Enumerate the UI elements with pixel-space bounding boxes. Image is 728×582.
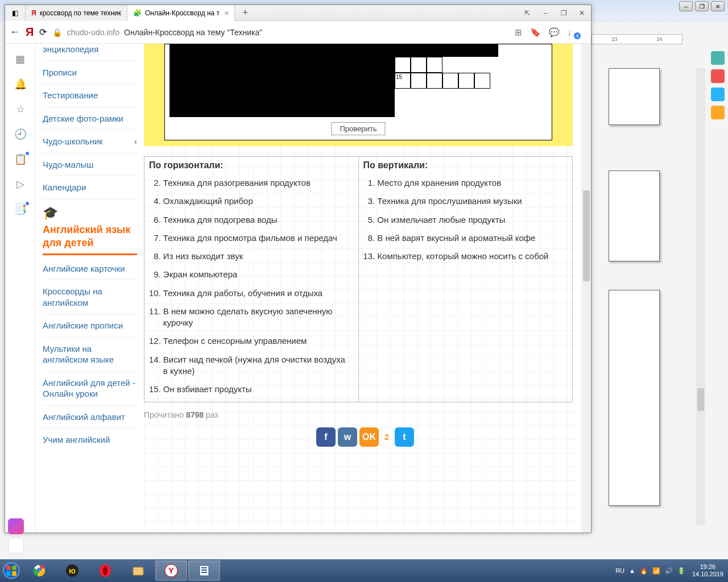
crossword-cell[interactable] bbox=[474, 73, 490, 89]
rail-media-icon[interactable]: ▷ bbox=[16, 178, 24, 190]
url-domain: chudo-udo.info bbox=[67, 28, 119, 37]
crossword-grid[interactable]: 15 Проверить bbox=[164, 44, 552, 140]
task-libs[interactable] bbox=[122, 560, 154, 581]
task-chrome[interactable] bbox=[23, 560, 55, 581]
ok-button[interactable]: OK bbox=[359, 427, 379, 447]
maximize-button[interactable]: ❐ bbox=[555, 6, 573, 20]
clue-row: 4.Охлаждающий прибор bbox=[149, 192, 354, 210]
crossword-cell[interactable] bbox=[395, 57, 411, 73]
facebook-button[interactable]: f bbox=[316, 427, 336, 447]
read-count: Прочитано 8798 раз bbox=[144, 410, 586, 419]
yandex-button[interactable]: Я bbox=[26, 26, 34, 39]
minimize-button[interactable]: – bbox=[536, 6, 555, 20]
tab-2[interactable]: 🧩 Онлайн-Кроссворд на т × bbox=[127, 5, 235, 21]
oo-tool-icon[interactable] bbox=[711, 69, 725, 83]
tab-1[interactable]: Я кроссворд по теме техник bbox=[26, 5, 127, 21]
crossword-cell[interactable] bbox=[458, 73, 474, 89]
rail-star-icon[interactable]: ☆ bbox=[16, 103, 25, 115]
extensions-icon[interactable]: ⊞ bbox=[515, 27, 522, 38]
tray-flag-icon[interactable]: 🔥 bbox=[640, 567, 648, 575]
task-openoffice[interactable] bbox=[188, 560, 220, 581]
gadget-zen[interactable] bbox=[8, 538, 24, 554]
browser-window: ◧ Я кроссворд по теме техник 🧩 Онлайн-Кр… bbox=[5, 5, 592, 533]
crossword-cell[interactable] bbox=[411, 57, 427, 73]
tray-up-icon[interactable]: ▲ bbox=[629, 567, 635, 574]
bookmark-icon[interactable]: 🔖 bbox=[530, 27, 541, 38]
rail-history-icon[interactable]: 🕘 bbox=[14, 128, 27, 140]
tray-clock[interactable]: 19:26 14.10.2019 bbox=[692, 563, 723, 578]
page-scrollbar[interactable] bbox=[582, 44, 591, 533]
sidebar-item[interactable]: Детские фото-рамки bbox=[43, 107, 137, 131]
rail-apps-icon[interactable]: ▦ bbox=[15, 53, 25, 65]
close-button[interactable]: ✕ bbox=[573, 6, 591, 20]
sidebar-item[interactable]: Календари bbox=[43, 176, 137, 199]
oo-scrollbar[interactable] bbox=[696, 68, 705, 525]
task-opera[interactable] bbox=[89, 560, 121, 581]
sidebar-item[interactable]: Английский для детей - Онлайн уроки bbox=[43, 372, 137, 406]
oo-close-button[interactable]: ✕ bbox=[711, 1, 725, 11]
check-button[interactable]: Проверить bbox=[331, 122, 385, 135]
sidebar-item[interactable]: энциклопедия bbox=[43, 44, 137, 61]
back-button[interactable]: ← bbox=[10, 26, 20, 38]
crossword-cell[interactable] bbox=[427, 73, 442, 89]
reload-button[interactable]: ⟳ bbox=[39, 27, 47, 38]
gadget-alice[interactable] bbox=[8, 518, 24, 534]
oo-maximize-button[interactable]: ❐ bbox=[695, 1, 709, 11]
sidebar-item[interactable]: Английские прописи bbox=[43, 314, 137, 338]
scroll-thumb[interactable] bbox=[583, 190, 590, 281]
clue-row: 14.Висит над печкой (нужна для очистки в… bbox=[149, 351, 354, 381]
new-tab-button[interactable]: + bbox=[235, 7, 255, 19]
sidebar-item[interactable]: Учим английский bbox=[43, 429, 137, 451]
tray-vol-icon[interactable]: 🔊 bbox=[665, 567, 673, 575]
tab-close-button[interactable]: × bbox=[224, 9, 229, 18]
tray-lang[interactable]: RU bbox=[615, 567, 624, 574]
crossword-cell-15[interactable]: 15 bbox=[395, 73, 411, 89]
sidebar-item[interactable]: Мультики на английском языке bbox=[43, 338, 137, 372]
social-share: f w OK 2 t bbox=[144, 427, 586, 447]
share-count: 2 bbox=[381, 427, 392, 447]
downloads-icon[interactable]: ↓ bbox=[568, 27, 572, 37]
clue-row: 8.Из низ выходит звук bbox=[149, 247, 354, 265]
panel-button[interactable]: ⇱ bbox=[518, 6, 536, 20]
sidebar-item[interactable]: Чудо-школьник‹ bbox=[43, 130, 137, 153]
browser-window-controls: ⇱ – ❐ ✕ bbox=[518, 6, 591, 20]
sidebar-item[interactable]: Тестирование bbox=[43, 84, 137, 107]
feedback-icon[interactable]: 💬 bbox=[549, 27, 560, 38]
crossword-cell[interactable] bbox=[442, 73, 458, 89]
task-yandex-browser[interactable]: Y bbox=[155, 560, 187, 581]
start-button[interactable] bbox=[0, 559, 23, 582]
crossword-cell[interactable] bbox=[411, 73, 427, 89]
sidebar-item[interactable]: Чудо-малыш bbox=[43, 153, 137, 177]
address-bar: ← Я ⟳ 🔒 chudo-udo.info Онлайн-Кроссворд … bbox=[5, 21, 591, 44]
crossword-cell[interactable] bbox=[427, 57, 442, 73]
url-title: Онлайн-Кроссворд на тему "Техника" bbox=[124, 28, 262, 37]
clue-row: 13.Компьютер, который можно носить с соб… bbox=[363, 247, 551, 265]
oo-ruler: 23 24 bbox=[592, 34, 682, 44]
oo-tool-icon[interactable] bbox=[711, 88, 725, 101]
tab-strip: ◧ Я кроссворд по теме техник 🧩 Онлайн-Кр… bbox=[5, 5, 591, 21]
tray-net-icon[interactable]: 📶 bbox=[652, 567, 660, 575]
tab-pin[interactable]: ◧ bbox=[5, 5, 26, 21]
oo-tool-icon[interactable] bbox=[711, 106, 725, 119]
sidebar-item[interactable]: Прописи bbox=[43, 61, 137, 85]
twitter-button[interactable]: t bbox=[395, 427, 414, 447]
tray-battery-icon[interactable]: 🔋 bbox=[677, 567, 685, 575]
oo-minimize-button[interactable]: – bbox=[679, 1, 693, 11]
clue-row: 8.В ней варят вкусный и ароматный кофе bbox=[363, 229, 551, 247]
rail-bell-icon[interactable]: 🔔 bbox=[14, 78, 27, 90]
sidebar-item[interactable]: Кроссворды на английском bbox=[43, 280, 137, 314]
rail-collections-icon[interactable]: 📋 bbox=[14, 153, 27, 165]
lock-icon: 🔒 bbox=[52, 28, 62, 37]
oo-tool-icon[interactable] bbox=[711, 51, 725, 65]
rail-tabs-icon[interactable]: 📑 bbox=[14, 203, 27, 215]
site-sidebar: энциклопедия Прописи Тестирование Детски… bbox=[36, 44, 144, 533]
omnibox[interactable]: 🔒 chudo-udo.info Онлайн-Кроссворд на тем… bbox=[52, 28, 508, 37]
clue-row: 15.Он взбивает продукты bbox=[149, 380, 354, 398]
toolbar-icons: ⊞ 🔖 💬 ↓ 4 bbox=[515, 27, 587, 38]
task-yandex-music[interactable]: ю bbox=[56, 560, 88, 581]
sidebar-item[interactable]: Английский алфавит bbox=[43, 406, 137, 429]
sidebar-item[interactable]: Английские карточки bbox=[43, 257, 137, 281]
vk-button[interactable]: w bbox=[338, 427, 357, 447]
svg-rect-13 bbox=[201, 572, 207, 573]
browser-side-rail: ▦ 🔔 ☆ 🕘 📋 ▷ 📑 bbox=[5, 44, 36, 533]
